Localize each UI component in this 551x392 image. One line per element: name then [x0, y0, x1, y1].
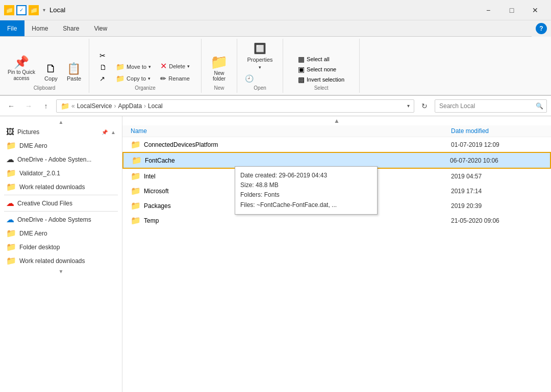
- copyto-dropdown-icon[interactable]: ▾: [148, 76, 151, 81]
- sidebar-dme-label: DME Aero: [19, 142, 47, 149]
- tab-home[interactable]: Home: [24, 20, 56, 36]
- path-arrow2: ›: [144, 102, 146, 110]
- sidebar-item-validator[interactable]: 📁 Validator_2.0.1: [0, 166, 122, 180]
- search-input[interactable]: [435, 102, 533, 110]
- path-separator1: «: [71, 102, 75, 110]
- history-button[interactable]: 🕘: [242, 73, 277, 84]
- select-none-button[interactable]: ▣ Select none: [296, 65, 346, 74]
- open-group: 🔲 Properties ▾ 🕘 Open: [237, 39, 283, 93]
- folder-icon-title: 📁: [4, 5, 14, 15]
- file-date-connected: 01-07-2019 12:09: [451, 141, 543, 148]
- rename-icon: ✏: [160, 74, 166, 83]
- new-folder-label: New folder: [213, 70, 226, 82]
- sidebar-item-work2[interactable]: 📁 Work related downloads: [0, 254, 122, 268]
- tooltip-folders-label: Folders:: [240, 191, 262, 198]
- sidebar-item-creative[interactable]: ☁ Creative Cloud Files: [0, 196, 122, 210]
- sidebar-onedrive1-label: OneDrive - Adobe Systen...: [17, 156, 91, 163]
- paste-button[interactable]: 📋 Paste: [63, 61, 85, 84]
- tooltip-files: Files: ~FontCache-FontFace.dat, ...: [240, 200, 372, 210]
- properties-label: Properties: [247, 57, 272, 63]
- folder-icon-packages: 📁: [131, 201, 141, 211]
- invert-selection-button[interactable]: ▩ Invert selection: [296, 75, 346, 84]
- sidebar-pictures-label: Pictures: [17, 128, 39, 136]
- sidebar-item-onedrive2[interactable]: ☁ OneDrive - Adobe Systems: [0, 213, 122, 226]
- rename-button[interactable]: ✏ Rename: [157, 73, 193, 84]
- copy-small-button[interactable]: 🗋: [97, 62, 110, 73]
- sidebar-validator-label: Validator_2.0.1: [19, 170, 60, 177]
- tooltip-folders: Folders: Fonts: [240, 190, 372, 200]
- select-none-icon: ▣: [298, 65, 305, 73]
- paste-small-button[interactable]: ↗: [97, 73, 110, 84]
- new-folder-icon: 📁: [210, 54, 228, 70]
- help-button[interactable]: ?: [536, 23, 547, 34]
- rename-label: Rename: [168, 75, 190, 82]
- sidebar-scroll-down[interactable]: ▼: [0, 268, 122, 275]
- sidebar-item-onedrive1[interactable]: ☁ OneDrive - Adobe Systen...: [0, 152, 122, 166]
- sidebar-item-folder-desktop[interactable]: 📁 Folder desktop: [0, 240, 122, 254]
- sidebar-item-pictures[interactable]: 🖼 Pictures 📌 ▲: [0, 125, 122, 139]
- col-date-header[interactable]: Date modified: [451, 127, 543, 135]
- sidebar-item-dme[interactable]: 📁 DME Aero: [0, 139, 122, 152]
- properties-button[interactable]: 🔲 Properties ▾: [242, 40, 277, 72]
- sidebar-divider2: [4, 211, 118, 212]
- file-date-intel: 2019 04:57: [451, 173, 543, 180]
- tooltip-size-label: Size:: [240, 181, 254, 189]
- ribbon-toolbar: 📌 Pin to Quick access 🗋 Copy 📋 Paste Cli…: [0, 37, 551, 96]
- move-to-button[interactable]: 📁 Move to ▾: [112, 61, 155, 72]
- copy-small-icon: 🗋: [99, 63, 107, 71]
- folder-icon-dme2: 📁: [6, 228, 16, 238]
- window-title: Local: [49, 6, 65, 14]
- search-icon[interactable]: 🔍: [533, 102, 546, 110]
- copy-button[interactable]: 🗋 Copy: [41, 61, 61, 84]
- folder-icon-temp: 📁: [131, 216, 141, 225]
- select-label: Select: [287, 85, 355, 92]
- refresh-button[interactable]: ↻: [417, 99, 432, 113]
- forward-button[interactable]: →: [21, 99, 36, 113]
- cut-button[interactable]: ✂: [97, 50, 110, 61]
- close-button[interactable]: ✕: [523, 3, 547, 18]
- address-path[interactable]: 📁 « LocalService › AppData › Local ▾: [56, 99, 414, 113]
- tab-share[interactable]: Share: [56, 20, 87, 36]
- delete-dropdown-icon[interactable]: ▾: [187, 64, 190, 69]
- clipboard-label: Clipboard: [4, 85, 85, 92]
- history-icon: 🕘: [245, 74, 254, 83]
- copy-to-button[interactable]: 📁 Copy to ▾: [112, 73, 155, 84]
- path-part-local[interactable]: Local: [148, 102, 163, 110]
- col-name-header[interactable]: Name: [131, 127, 451, 135]
- props-dropdown[interactable]: ▾: [259, 65, 261, 70]
- sidebar-onedrive2-label: OneDrive - Adobe Systems: [17, 216, 91, 223]
- sidebar-item-dme2[interactable]: 📁 DME Aero: [0, 226, 122, 240]
- delete-button[interactable]: ✕ Delete ▾: [157, 60, 193, 72]
- titlebar: 📁 ✓ 📁 ▾ Local − □ ✕: [0, 0, 551, 20]
- tab-view[interactable]: View: [87, 20, 115, 36]
- tooltip-date-value: 29-06-2019 04:43: [279, 172, 327, 179]
- minimize-button[interactable]: −: [477, 3, 500, 18]
- tab-file[interactable]: File: [0, 20, 24, 36]
- select-all-button[interactable]: ▦ Select all: [296, 55, 346, 64]
- file-row-connecteddevices[interactable]: 📁 ConnectedDevicesPlatform 01-07-2019 12…: [122, 137, 551, 152]
- collapse-arrow[interactable]: ▲: [122, 116, 551, 125]
- copy-label: Copy: [44, 75, 58, 82]
- new-folder-button[interactable]: 📁 New folder: [207, 51, 232, 84]
- file-row-temp[interactable]: 📁 Temp 21-05-2020 09:06: [122, 213, 551, 228]
- sidebar-item-work[interactable]: 📁 Work related downloads: [0, 180, 122, 194]
- file-name-connected: ConnectedDevicesPlatform: [144, 141, 448, 148]
- pin-label: Pin to Quick access: [8, 69, 35, 82]
- folder-icon-intel: 📁: [131, 171, 141, 181]
- tooltip-folders-value: Fonts: [264, 191, 280, 198]
- address-dropdown[interactable]: ▾: [407, 103, 410, 109]
- path-part-localservice[interactable]: LocalService: [77, 102, 112, 110]
- back-button[interactable]: ←: [4, 99, 18, 113]
- move-copy-stack: 📁 Move to ▾ 📁 Copy to ▾: [112, 61, 155, 84]
- file-date-microsoft: 2019 17:14: [451, 188, 543, 195]
- move-dropdown-icon[interactable]: ▾: [148, 64, 151, 69]
- sidebar-collapse-icon[interactable]: ▲: [111, 129, 116, 135]
- sidebar-scroll-up[interactable]: ▲: [0, 118, 122, 125]
- maximize-button[interactable]: □: [500, 3, 523, 18]
- pin-to-quick-access-button[interactable]: 📌 Pin to Quick access: [4, 54, 39, 84]
- select-group: ▦ Select all ▣ Select none ▩ Invert sele…: [283, 39, 360, 93]
- pin-icon-small: 📌: [102, 129, 108, 135]
- path-part-appdata[interactable]: AppData: [118, 102, 142, 110]
- up-button[interactable]: ↑: [39, 99, 53, 113]
- title-dropdown[interactable]: ▾: [43, 7, 45, 13]
